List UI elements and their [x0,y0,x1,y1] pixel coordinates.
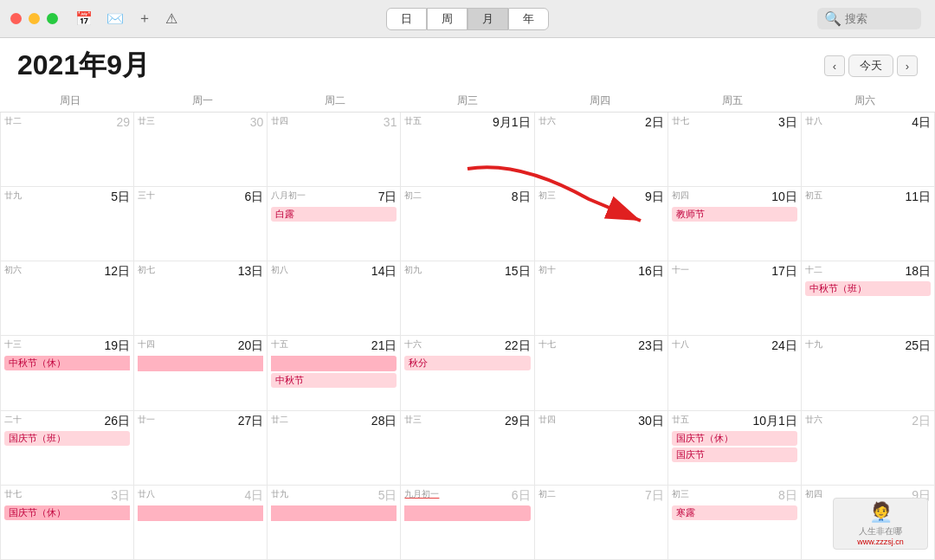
table-row[interactable]: 廿八4日 [802,113,935,186]
table-row[interactable]: 十二18日 中秋节（班） [802,261,935,335]
weekday-sat: 周六 [799,90,932,112]
mail-icon[interactable]: ✉️ [106,10,124,27]
table-row[interactable]: 初四10日 教师节 [668,187,802,261]
view-day-button[interactable]: 日 [386,8,427,30]
titlebar: 📅 ✉️ ＋ ⚠ 日 周 月 年 🔍 [0,0,935,38]
event-midautumn[interactable]: 中秋节 [271,373,397,388]
toolbar-icons: 📅 ✉️ ＋ ⚠ [75,10,177,28]
next-month-button[interactable]: › [897,55,918,76]
table-row[interactable]: 初八14日 [268,261,401,335]
weekday-wed: 周三 [401,90,533,112]
table-row[interactable]: 十四20日 [134,336,268,409]
table-row[interactable]: 廿一27日 [134,411,268,485]
watermark-icon: 🧑‍💼 [869,501,893,524]
week-5: 二十26日 国庆节（班） 廿一27日 廿二28日 廿三29日 廿四30日 廿五1… [1,411,935,486]
calendar: 2021年9月 ‹ 今天 › 周日 周一 周二 周三 周四 周五 周六 廿二29… [0,38,935,560]
table-row[interactable]: 十八24日 [668,336,802,409]
event-midautumn-rest[interactable]: 中秋节（休） [4,356,130,370]
table-row[interactable]: 十三19日 中秋节（休） [1,336,134,409]
event-hanlu[interactable]: 寒露 [672,505,797,520]
weekday-tue: 周二 [268,90,401,112]
view-week-button[interactable]: 周 [427,8,468,30]
table-row[interactable]: 廿二29 [1,113,134,186]
table-row[interactable]: 廿八4日 [134,486,268,559]
weekday-fri: 周五 [667,90,799,112]
today-button[interactable]: 今天 [848,55,893,77]
table-row[interactable]: 廿三29日 [401,411,534,485]
table-row[interactable]: 初二7日 [535,486,668,559]
event-natday-rest2[interactable]: 国庆节（休） [4,505,130,520]
calendar-icon[interactable]: 📅 [75,10,93,27]
table-row[interactable]: 初七13日 [134,261,268,335]
calendar-header: 2021年9月 ‹ 今天 › [0,38,935,90]
view-switcher: 日 周 月 年 [386,8,549,30]
view-month-button[interactable]: 月 [468,8,508,30]
event-teachers-day[interactable]: 教师节 [672,207,797,222]
calendar-grid: 廿二29 廿三30 廿四31 廿五9月1日 廿六2日 廿七3日 廿八4日 [0,113,935,560]
watermark-title: 人生非在哪 [859,525,902,537]
week-1: 廿二29 廿三30 廿四31 廿五9月1日 廿六2日 廿七3日 廿八4日 [1,113,935,187]
event-midautumn-ban[interactable]: 中秋节（班） [805,281,931,296]
table-row[interactable]: 初五11日 [802,187,935,261]
week-3: 初六12日 初七13日 初八14日 初九15日 初十16日 十一17日 十二18… [1,261,935,336]
table-row[interactable]: 十九25日 [802,336,935,409]
event-autumnal[interactable]: 秋分 [404,356,530,370]
nav-buttons: ‹ 今天 › [824,55,918,77]
table-row[interactable]: 廿五10月1日 国庆节（休） 国庆节 [668,411,802,485]
event-span-cont [138,356,263,371]
table-row[interactable]: 初九15日 [401,261,534,335]
alert-icon[interactable]: ⚠ [165,10,177,27]
table-row[interactable]: 廿六2日 [535,113,668,186]
weekday-mon: 周一 [136,90,268,112]
event-natday-span3 [404,505,530,521]
add-icon[interactable]: ＋ [138,10,152,28]
minimize-button[interactable] [29,13,40,24]
table-row[interactable]: 廿九5日 [268,486,401,559]
close-button[interactable] [10,13,22,24]
event-bailu[interactable]: 白露 [271,207,397,222]
table-row[interactable]: 廿六2日 [802,411,935,485]
event-natday-rest[interactable]: 国庆节（休） [672,431,797,446]
table-row[interactable]: 廿三30 [134,113,268,186]
table-row[interactable]: 初六12日 [1,261,134,335]
week-2: 廿九5日 三十6日 八月初一7日 白露 初二8日 初三9日 初四10日 教师节 … [1,187,935,261]
table-row[interactable]: 廿七3日 国庆节（休） [1,486,134,559]
table-row[interactable]: 十六22日 秋分 [401,336,534,409]
event-natday[interactable]: 国庆节 [672,447,797,462]
watermark-url: www.zzzsj.cn [857,537,904,546]
watermark: 🧑‍💼 人生非在哪 www.zzzsj.cn [833,498,928,550]
view-year-button[interactable]: 年 [508,8,549,30]
table-row[interactable]: 九月初一6日 [401,486,534,559]
search-icon: 🔍 [824,10,842,27]
table-row[interactable]: 廿七3日 [668,113,802,186]
table-row[interactable]: 十一17日 [668,261,802,335]
table-row[interactable]: 廿五9月1日 [401,113,534,186]
table-row[interactable]: 廿四30日 [535,411,668,485]
table-row[interactable]: 初二8日 [401,187,534,261]
event-natday-span2 [271,505,397,521]
event-span-end [271,356,397,371]
table-row[interactable]: 初三9日 [535,187,668,261]
table-row[interactable]: 八月初一7日 白露 [268,187,401,261]
search-input[interactable] [845,12,914,25]
search-box[interactable]: 🔍 [817,8,921,29]
traffic-lights [10,13,58,24]
table-row[interactable]: 十五21日 中秋节 [268,336,401,409]
weekday-thu: 周四 [534,90,667,112]
event-natday-ban[interactable]: 国庆节（班） [4,431,130,446]
table-row[interactable]: 初十16日 [535,261,668,335]
table-row[interactable]: 十七23日 [535,336,668,409]
table-row[interactable]: 三十6日 [134,187,268,261]
weekday-sun: 周日 [3,90,136,112]
table-row[interactable]: 廿九5日 [1,187,134,261]
table-row[interactable]: 初三8日 寒露 [668,486,802,559]
calendar-title: 2021年9月 [17,47,150,85]
maximize-button[interactable] [47,13,58,24]
table-row[interactable]: 廿二28日 [268,411,401,485]
table-row[interactable]: 二十26日 国庆节（班） [1,411,134,485]
week-6: 廿七3日 国庆节（休） 廿八4日 廿九5日 九月初一6日 初二7日 初三8日 寒… [1,486,935,560]
week-4: 十三19日 中秋节（休） 十四20日 十五21日 中秋节 十六22日 秋分 十七… [1,336,935,410]
prev-month-button[interactable]: ‹ [824,55,845,76]
table-row[interactable]: 廿四31 [268,113,401,186]
weekday-headers: 周日 周一 周二 周三 周四 周五 周六 [0,90,935,113]
